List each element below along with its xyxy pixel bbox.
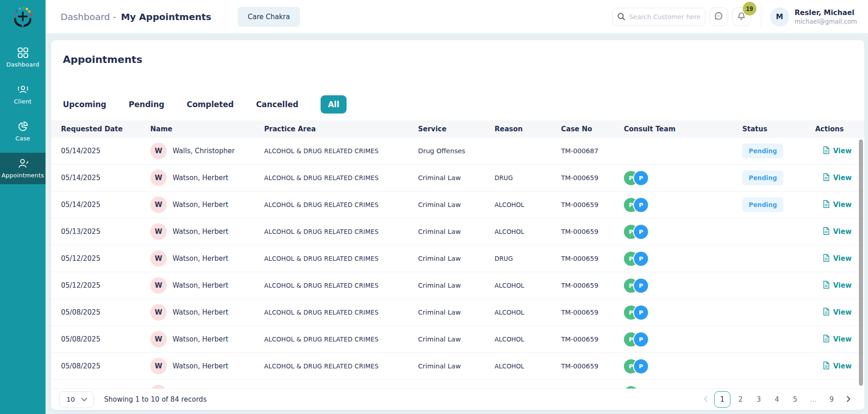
tab[interactable]: Completed — [187, 95, 234, 114]
case-no-cell: TM-000687 — [561, 147, 624, 155]
pagination-page-button[interactable]: 3 — [751, 391, 767, 408]
requested-date-cell: 05/08/2025 — [61, 335, 150, 343]
view-button[interactable]: View — [815, 254, 852, 264]
service-cell: Drug Offenses — [418, 147, 495, 155]
case-no-cell: TM-000659 — [561, 282, 624, 289]
case-no-cell: TM-000659 — [561, 336, 624, 343]
sidebar-item[interactable]: Appointments — [0, 153, 46, 184]
care-chakra-button[interactable]: Care Chakra — [238, 7, 300, 27]
records-summary: Showing 1 to 10 of 84 records — [104, 395, 206, 404]
client-name: Watson, Herbert — [173, 308, 228, 316]
client-avatar: W — [150, 304, 167, 321]
table-row[interactable]: 05/08/2025 W Watson, Herbert ALCOHOL & D… — [51, 353, 864, 380]
table-row[interactable]: 05/12/2025 W Watson, Herbert ALCOHOL & D… — [51, 272, 864, 299]
app-root: Dashboard Client Case Appointments — [0, 0, 868, 414]
file-icon — [822, 173, 830, 183]
tab[interactable]: Cancelled — [256, 95, 298, 114]
team-member-avatar: P — [634, 225, 648, 239]
consult-team-cell: PP — [624, 332, 742, 347]
view-button[interactable]: View — [815, 227, 852, 237]
view-button[interactable]: View — [815, 361, 852, 372]
search-box — [612, 8, 705, 26]
view-label: View — [833, 147, 852, 155]
table-row[interactable]: 05/08/2025 W Watson, Herbert ALCOHOL & D… — [51, 326, 864, 353]
status-badge: Pending — [742, 197, 783, 212]
pagination-page-button[interactable]: 5 — [787, 391, 803, 408]
breadcrumb-root[interactable]: Dashboard - — [61, 11, 116, 22]
page-size-value: 10 — [66, 396, 75, 403]
view-button[interactable]: View — [815, 280, 852, 291]
consult-team-cell: PP — [624, 305, 742, 320]
view-button[interactable]: View — [815, 307, 852, 318]
status-badge: Pending — [742, 144, 783, 158]
app-logo[interactable] — [0, 0, 46, 36]
sidebar-item-icon — [17, 83, 29, 96]
name-cell: W Watson, Herbert — [150, 197, 264, 213]
view-button[interactable]: View — [815, 200, 852, 210]
user-name: Resler, Michael — [795, 9, 857, 17]
tab[interactable]: Pending — [129, 95, 164, 114]
appointments-card: Appointments Upcoming Pending Completed … — [51, 40, 864, 410]
header-divider — [761, 6, 761, 27]
status-cell — [742, 227, 815, 236]
client-avatar: W — [150, 277, 167, 294]
column-header: Case No — [561, 125, 624, 133]
service-cell: Criminal Law — [418, 336, 495, 343]
pagination-page-button[interactable]: 1 — [714, 391, 730, 408]
table-footer: 10 Showing 1 to 10 of 84 records 1 — [51, 389, 864, 410]
practice-area-cell: ALCOHOL & DRUG RELATED CRIMES — [264, 282, 418, 289]
main-content: Appointments Upcoming Pending Completed … — [46, 33, 868, 414]
requested-date-cell: 05/14/2025 — [61, 201, 150, 209]
notification-count-badge: 19 — [743, 2, 756, 16]
client-avatar: W — [150, 223, 167, 240]
view-button[interactable]: View — [815, 334, 852, 345]
user-menu[interactable]: M Resler, Michael michael@gmail.com — [770, 7, 857, 26]
table-row[interactable]: 05/08/2025 W Watson, Herbert ALCOHOL & D… — [51, 299, 864, 326]
table-row[interactable]: 05/14/2025 W Watson, Herbert ALCOHOL & D… — [51, 165, 864, 191]
table-row[interactable]: 05/13/2025 W Watson, Herbert ALCOHOL & D… — [51, 218, 864, 245]
service-cell: Criminal Law — [418, 309, 495, 316]
file-icon — [822, 200, 830, 210]
tab[interactable]: All — [321, 95, 347, 114]
reason-cell: ALCOHOL — [495, 228, 561, 235]
pagination-page-button[interactable]: 2 — [732, 391, 749, 408]
table-scrollbar[interactable] — [859, 140, 863, 386]
pagination-page-button[interactable]: 9 — [823, 391, 840, 408]
consult-team-cell: PP — [624, 198, 742, 212]
practice-area-cell: ALCOHOL & DRUG RELATED CRIMES — [264, 174, 418, 181]
sidebar-item[interactable]: Client — [0, 79, 46, 110]
practice-area-cell: ALCOHOL & DRUG RELATED CRIMES — [264, 336, 418, 343]
table-row[interactable]: 05/14/2025 W Watson, Herbert ALCOHOL & D… — [51, 191, 864, 218]
sidebar-item[interactable]: Dashboard — [0, 42, 46, 73]
service-cell: Criminal Law — [418, 362, 495, 370]
view-button[interactable]: View — [815, 146, 852, 156]
tab[interactable]: Upcoming — [63, 95, 107, 114]
search-input[interactable] — [612, 8, 705, 26]
name-cell: W Watson, Herbert — [150, 223, 264, 240]
sidebar-item-label: Dashboard — [6, 61, 39, 68]
breadcrumb: Dashboard - My Appointments — [61, 11, 211, 22]
file-icon — [822, 361, 830, 372]
table-row[interactable]: 05/12/2025 W Watson, Herbert ALCOHOL & D… — [51, 245, 864, 272]
footer-left: 10 Showing 1 to 10 of 84 records — [59, 391, 207, 408]
table-row[interactable]: 05/14/2025 W Walls, Christopher ALCOHOL … — [51, 138, 864, 165]
status-cell: Pending — [742, 171, 815, 185]
client-avatar: W — [150, 250, 167, 267]
care-chakra-logo-icon — [10, 4, 36, 32]
consult-team-cell: PP — [624, 171, 742, 185]
column-header: Actions — [815, 125, 852, 133]
pagination-prev-button[interactable] — [699, 391, 712, 408]
view-button[interactable]: View — [815, 173, 852, 183]
messages-button[interactable] — [710, 7, 728, 26]
pagination-next-button[interactable] — [842, 391, 855, 408]
client-avatar: W — [150, 358, 167, 374]
pagination-page-button[interactable]: ... — [805, 391, 822, 408]
practice-area-cell: ALCOHOL & DRUG RELATED CRIMES — [264, 255, 418, 262]
pagination-page-button[interactable]: 4 — [769, 391, 785, 408]
user-avatar: M — [770, 7, 789, 26]
sidebar-item[interactable]: Case — [0, 116, 46, 147]
page-size-select[interactable]: 10 — [59, 391, 94, 408]
notifications-button[interactable]: 19 — [732, 7, 751, 26]
sidebar-nav: Dashboard Client Case Appointments — [0, 42, 46, 184]
name-cell: W Watson, Herbert — [150, 277, 264, 294]
